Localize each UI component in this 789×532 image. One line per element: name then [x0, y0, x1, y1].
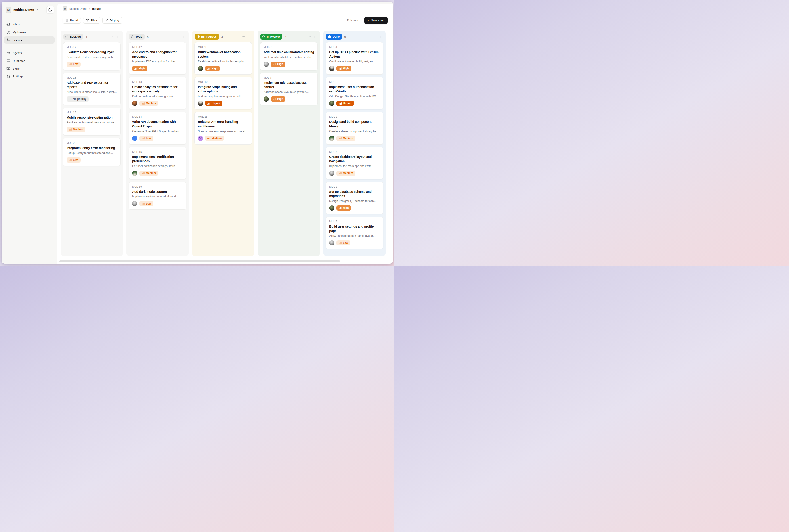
column-status-badge: In Progress: [195, 34, 219, 40]
column-header-backlog: Backlog4: [63, 33, 120, 40]
priority-label: Medium: [73, 128, 83, 131]
column-status-badge: Done: [326, 34, 342, 40]
sidebar-item-skills[interactable]: Skills: [4, 65, 55, 72]
column-more-button[interactable]: [175, 34, 181, 39]
board: Backlog4MUL-17Evaluate Redis for caching…: [57, 26, 393, 264]
issue-card-mul-17[interactable]: MUL-17Evaluate Redis for caching layerBe…: [63, 42, 120, 70]
issue-card-mul-10[interactable]: MUL-10Integrate Stripe billing and subsc…: [194, 77, 252, 110]
issue-description: Configure automated build, test, and…: [329, 60, 380, 63]
issue-title: Implement role-based access control: [264, 81, 314, 89]
column-cards: MUL-1Set up CI/CD pipeline with GitHub A…: [326, 42, 383, 249]
column-add-button[interactable]: [312, 34, 317, 39]
issue-description: Add Google OAuth login flow with JWT…: [329, 95, 380, 98]
sidebar-item-agents[interactable]: Agents: [4, 49, 55, 57]
assignee-avatar-portrait-green: [329, 136, 334, 141]
issue-id: MUL-3: [329, 115, 380, 118]
sidebar-item-label: Issues: [13, 38, 22, 42]
issue-title: Implement user authentication with OAuth: [329, 85, 380, 94]
priority-bars-icon: [273, 98, 276, 100]
assignee-avatar-portrait-bw: [329, 240, 334, 245]
issue-card-mul-6[interactable]: MUL-6Build user settings and profile pag…: [326, 217, 383, 249]
issue-description: Build a dashboard showing team…: [132, 95, 183, 98]
new-issue-button[interactable]: + New Issue: [364, 17, 388, 24]
issue-card-mul-9[interactable]: MUL-9Build WebSocket notification system…: [194, 42, 252, 75]
issue-card-mul-20[interactable]: MUL-20Integrate Sentry error monitoringS…: [63, 138, 120, 166]
issue-card-mul-15[interactable]: MUL-15Implement email notification prefe…: [129, 147, 186, 179]
column-add-button[interactable]: [377, 34, 383, 39]
issue-card-mul-4[interactable]: MUL-4Create dashboard layout and navigat…: [326, 147, 383, 179]
issue-card-mul-11[interactable]: MUL-11Refactor API error handling middle…: [194, 112, 252, 144]
issue-title: Integrate Stripe billing and subscriptio…: [198, 85, 248, 94]
breadcrumb-page: Issues: [92, 7, 101, 11]
column-more-button[interactable]: [241, 34, 246, 39]
issue-description: Set up Sentry for both frontend and…: [67, 151, 117, 155]
assignee-avatar-portrait-bw: [132, 201, 137, 206]
column-add-button[interactable]: [115, 34, 120, 39]
column-name: Done: [333, 35, 340, 38]
issue-description: Create a shared component library base…: [329, 130, 380, 133]
priority-badge: Urgent: [336, 101, 354, 106]
breadcrumb-workspace-link[interactable]: Multica Demo: [70, 7, 87, 11]
issue-card-footer: Low: [132, 136, 183, 141]
sidebar-item-runtimes[interactable]: Runtimes: [4, 57, 55, 64]
columns-icon: [65, 19, 69, 22]
sidebar-item-label: My Issues: [13, 31, 26, 34]
column-more-button[interactable]: [372, 34, 377, 39]
filter-button[interactable]: Filter: [83, 17, 100, 24]
priority-badge: Medium: [205, 136, 224, 141]
workspace-switcher[interactable]: M Multica Demo: [4, 5, 55, 15]
display-button[interactable]: Display: [102, 17, 123, 24]
issue-description: Implement system-aware dark mode…: [132, 195, 183, 198]
priority-label: High: [277, 62, 283, 66]
priority-bars-icon: [339, 68, 341, 70]
issue-card-mul-1[interactable]: MUL-1Set up CI/CD pipeline with GitHub A…: [326, 42, 383, 75]
issue-title: Set up database schema and migrations: [329, 190, 380, 198]
issue-card-mul-7[interactable]: MUL-7Add real-time collaborative editing…: [260, 42, 318, 70]
issue-card-mul-5[interactable]: MUL-5Set up database schema and migratio…: [326, 182, 383, 214]
column-count: 5: [147, 35, 149, 38]
sidebar-item-issues[interactable]: Issues: [4, 36, 55, 43]
priority-badge: High: [271, 96, 285, 102]
priority-bars-icon: [69, 63, 72, 65]
column-done: Done6MUL-1Set up CI/CD pipeline with Git…: [323, 31, 386, 256]
issue-card-mul-19[interactable]: MUL-19Mobile responsive optimizationAudi…: [63, 108, 120, 136]
column-more-button[interactable]: [110, 34, 115, 39]
priority-label: Low: [73, 62, 78, 66]
column-more-button[interactable]: [306, 34, 312, 39]
sidebar-item-settings[interactable]: Settings: [4, 73, 55, 80]
sidebar-item-inbox[interactable]: Inbox: [4, 21, 55, 28]
priority-badge: Medium: [336, 171, 355, 176]
issues-count: 21 Issues: [346, 19, 359, 22]
priority-label: High: [277, 97, 283, 100]
priority-bars-icon: [142, 203, 145, 205]
issue-card-mul-16[interactable]: MUL-16Add dark mode supportImplement sys…: [129, 182, 186, 210]
sliders-icon: [105, 19, 108, 22]
issue-card-mul-3[interactable]: MUL-3Design and build component libraryC…: [326, 112, 383, 144]
issue-card-mul-18[interactable]: MUL-18Add CSV and PDF export for reports…: [63, 73, 120, 105]
column-add-button[interactable]: [246, 34, 251, 39]
column-add-button[interactable]: [181, 34, 186, 39]
issue-title: Set up CI/CD pipeline with GitHub Action…: [329, 50, 380, 59]
horizontal-scrollbar[interactable]: [59, 261, 340, 262]
priority-label: Low: [73, 158, 78, 162]
sidebar-item-my-issues[interactable]: My Issues: [4, 28, 55, 36]
half-circle-icon: [197, 35, 200, 38]
column-cards: MUL-7Add real-time collaborative editing…: [260, 42, 318, 105]
issue-card-mul-12[interactable]: MUL-12Add end-to-end encryption for mess…: [129, 42, 186, 75]
priority-badge: Medium: [67, 127, 85, 132]
issue-title: Add dark mode support: [132, 190, 183, 194]
priority-label: High: [343, 67, 349, 70]
issue-card-mul-8[interactable]: MUL-8Implement role-based access control…: [260, 73, 318, 105]
issue-title: Write API documentation with OpenAPI spe…: [132, 120, 183, 129]
board-view-button[interactable]: Board: [62, 17, 81, 24]
issue-card-mul-2[interactable]: MUL-2Implement user authentication with …: [326, 77, 383, 110]
priority-label: High: [139, 67, 145, 70]
issue-title: Add end-to-end encryption for messages: [132, 50, 183, 59]
issue-id: MUL-2: [329, 80, 380, 83]
compose-button[interactable]: [46, 6, 54, 14]
issue-card-mul-13[interactable]: MUL-13Create analytics dashboard for wor…: [129, 77, 186, 110]
gear-icon: [6, 75, 10, 78]
issue-card-mul-14[interactable]: MUL-14Write API documentation with OpenA…: [129, 112, 186, 144]
issue-id: MUL-5: [329, 185, 380, 188]
priority-bars-icon: [69, 159, 72, 161]
